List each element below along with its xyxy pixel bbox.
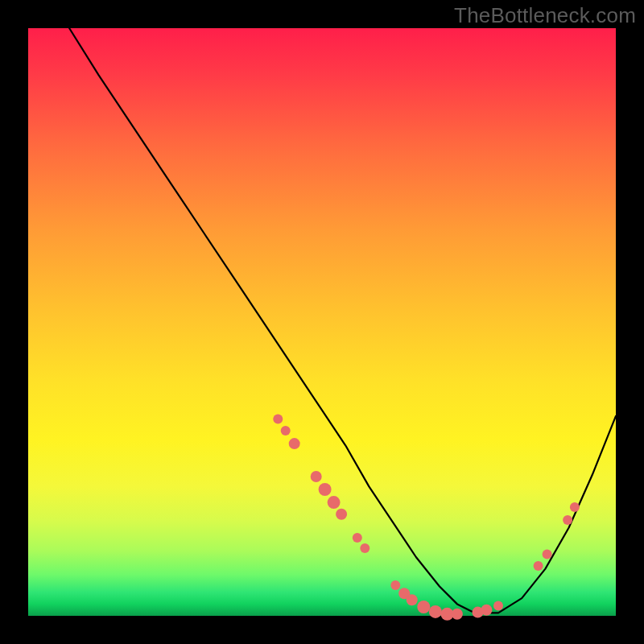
bottleneck-curve (69, 28, 616, 613)
curve-marker (273, 414, 283, 423)
chart-svg (28, 28, 616, 616)
plot-area (28, 28, 616, 616)
curve-marker (319, 483, 332, 496)
curve-marker (407, 594, 418, 605)
curve-marker (281, 426, 291, 436)
curve-marker (417, 601, 430, 613)
curve-marker (353, 533, 362, 543)
curve-marker (570, 502, 580, 512)
curve-marker (534, 561, 543, 571)
curve-marker (452, 609, 463, 620)
curve-marker (481, 605, 492, 616)
curve-marker (311, 471, 322, 482)
curve-marker (429, 605, 442, 618)
curve-marker (543, 549, 552, 559)
chart-frame: TheBottleneck.com (0, 0, 644, 644)
marker-group (273, 414, 580, 620)
watermark-text: TheBottleneck.com (454, 3, 636, 28)
curve-marker (289, 438, 300, 449)
curve-marker (336, 509, 347, 520)
curve-marker (563, 515, 572, 525)
curve-marker (493, 601, 503, 611)
curve-marker (328, 496, 341, 509)
curve-marker (360, 543, 369, 553)
curve-marker (390, 580, 400, 590)
